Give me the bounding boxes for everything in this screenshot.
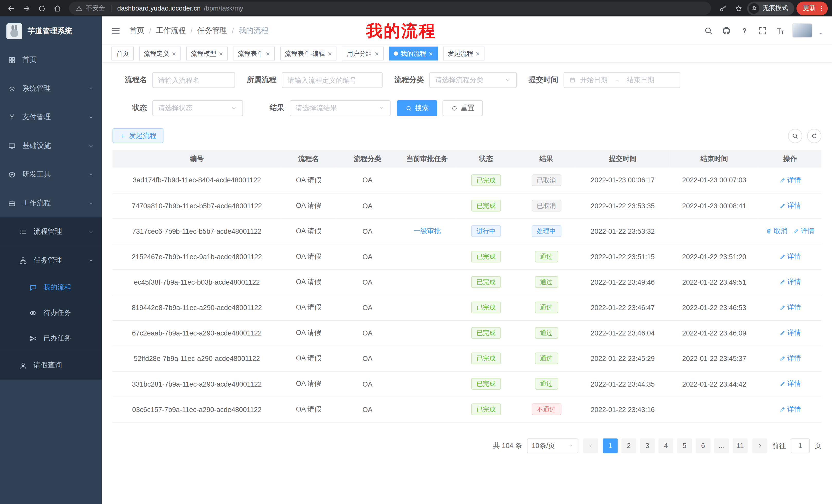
cell-current-task — [399, 320, 455, 346]
primary-tag: 进行中 — [471, 225, 501, 237]
help-button[interactable] — [738, 24, 751, 37]
sidebar-item-todo-tasks[interactable]: 待办任务 — [0, 300, 102, 326]
fullscreen-button[interactable] — [756, 24, 769, 37]
tab-1[interactable]: 流程定义× — [139, 47, 181, 61]
tab-2[interactable]: 流程模型× — [186, 47, 228, 61]
tab-6-active[interactable]: 我的流程× — [389, 47, 438, 61]
breadcrumb-task-mgmt[interactable]: 任务管理 — [197, 26, 227, 35]
search-submit-button[interactable]: 搜索 — [397, 100, 437, 116]
date-range-picker[interactable]: 开始日期 - 结束日期 — [564, 72, 680, 88]
incognito-badge: 无痕模式 — [747, 1, 795, 15]
page-button-6[interactable]: 6 — [696, 438, 711, 453]
tab-label: 流程模型 — [191, 49, 216, 58]
tab-4[interactable]: 流程表单-编辑× — [280, 47, 337, 61]
tab-7[interactable]: 发起流程× — [443, 47, 485, 61]
page-button-1[interactable]: 1 — [603, 438, 618, 453]
close-icon[interactable]: × — [428, 50, 433, 57]
next-page-button[interactable] — [752, 438, 767, 453]
table-row: 2152467e-7b9b-11ec-9a1b-acde48001122OA 请… — [113, 244, 822, 269]
toggle-search-button[interactable] — [788, 129, 802, 143]
cell-end-time: 2022-01-22 23:51:20 — [670, 244, 759, 269]
column-header: 操作 — [759, 150, 822, 167]
sidebar-item-infra[interactable]: 基础设施 — [0, 132, 102, 160]
detail-link[interactable]: 详情 — [779, 328, 801, 338]
cancel-link[interactable]: 取消 — [766, 226, 787, 236]
detail-link[interactable]: 详情 — [779, 175, 801, 185]
close-icon[interactable]: × — [328, 50, 332, 57]
detail-link[interactable]: 详情 — [779, 379, 801, 389]
page-size-select[interactable]: 10条/页 — [527, 438, 578, 453]
cell-end-time: 2022-01-22 23:46:09 — [670, 320, 759, 346]
cell-status: 已完成 — [455, 244, 517, 269]
sidebar-item-home[interactable]: 首页 — [0, 46, 102, 74]
page-button-3[interactable]: 3 — [640, 438, 655, 453]
tab-3[interactable]: 流程表单× — [233, 47, 275, 61]
process-name-input[interactable] — [152, 72, 235, 88]
cell-submit-time: 2022-01-22 23:45:29 — [576, 346, 670, 371]
status-select[interactable]: 请选择状态 — [152, 100, 243, 116]
tab-0[interactable]: 首页 — [111, 47, 134, 61]
cell-actions: 取消详情 — [759, 218, 822, 244]
sidebar-item-task-mgmt[interactable]: 任务管理 — [0, 246, 102, 275]
result-select[interactable]: 请选择流结果 — [290, 100, 391, 116]
detail-link[interactable]: 详情 — [779, 277, 801, 287]
sidebar-item-workflow[interactable]: 工作流程 — [0, 189, 102, 217]
menu-dots-icon[interactable] — [817, 5, 825, 12]
password-key-button[interactable] — [716, 2, 730, 15]
address-bar[interactable]: 不安全 dashboard.yudao.iocoder.cn/bpm/task/… — [69, 2, 711, 15]
breadcrumb-home[interactable]: 首页 — [130, 26, 145, 35]
browser-home-button[interactable] — [50, 2, 64, 15]
sidebar-item-my-process[interactable]: 我的流程 — [0, 275, 102, 300]
forward-button[interactable] — [20, 2, 33, 15]
close-icon[interactable]: × — [172, 50, 176, 57]
task-link[interactable]: 一级审批 — [413, 226, 441, 236]
page-button-11[interactable]: 11 — [733, 438, 748, 453]
breadcrumb-workflow[interactable]: 工作流程 — [156, 26, 186, 35]
close-icon[interactable]: × — [266, 50, 270, 57]
search-icon — [704, 26, 713, 35]
sidebar-item-process-mgmt[interactable]: 流程管理 — [0, 217, 102, 246]
detail-link[interactable]: 详情 — [779, 354, 801, 363]
sidebar-item-done-tasks[interactable]: 已办任务 — [0, 326, 102, 351]
close-icon[interactable]: × — [219, 50, 223, 57]
refresh-table-button[interactable] — [807, 129, 822, 143]
detail-link[interactable]: 详情 — [779, 201, 801, 211]
back-button[interactable] — [4, 2, 18, 15]
reload-button[interactable] — [35, 2, 48, 15]
collapse-sidebar-button[interactable] — [110, 25, 121, 36]
sidebar-item-payment[interactable]: 支付管理 — [0, 103, 102, 131]
cell-current-task — [399, 397, 455, 422]
github-button[interactable] — [720, 24, 733, 37]
category-select[interactable]: 请选择流程分类 — [430, 72, 517, 88]
sidebar-item-devtools[interactable]: 研发工具 — [0, 160, 102, 189]
detail-link[interactable]: 详情 — [793, 226, 814, 236]
page-button-2[interactable]: 2 — [621, 438, 636, 453]
detail-link[interactable]: 详情 — [779, 303, 801, 312]
active-tab-dot — [394, 51, 398, 56]
avatar-caret-icon[interactable] — [817, 31, 824, 37]
reset-button[interactable]: 重置 — [442, 100, 483, 116]
sidebar-item-system[interactable]: 系统管理 — [0, 74, 102, 103]
close-icon[interactable]: × — [476, 50, 480, 57]
prev-page-button[interactable] — [583, 438, 598, 453]
search-button[interactable] — [702, 24, 715, 37]
font-size-button[interactable] — [774, 24, 787, 37]
cell-result: 通过 — [517, 320, 576, 346]
start-process-button[interactable]: 发起流程 — [113, 128, 163, 143]
cell-category: OA — [336, 244, 399, 269]
update-button[interactable]: 更新 — [797, 1, 828, 15]
refresh-icon — [811, 132, 817, 139]
tab-5[interactable]: 用户分组× — [342, 47, 384, 61]
user-avatar[interactable] — [792, 23, 812, 38]
page-ellipsis[interactable]: … — [714, 438, 729, 453]
sidebar-item-leave-query[interactable]: 请假查询 — [0, 351, 102, 380]
detail-link[interactable]: 详情 — [779, 404, 801, 414]
owner-process-input[interactable] — [282, 72, 383, 88]
close-icon[interactable]: × — [375, 50, 379, 57]
bookmark-star-button[interactable] — [732, 2, 745, 15]
page-button-4[interactable]: 4 — [658, 438, 673, 453]
detail-link[interactable]: 详情 — [779, 252, 801, 261]
goto-page-input[interactable] — [790, 438, 810, 453]
page-button-5[interactable]: 5 — [677, 438, 692, 453]
cell-submit-time: 2022-01-22 23:43:16 — [576, 397, 670, 422]
